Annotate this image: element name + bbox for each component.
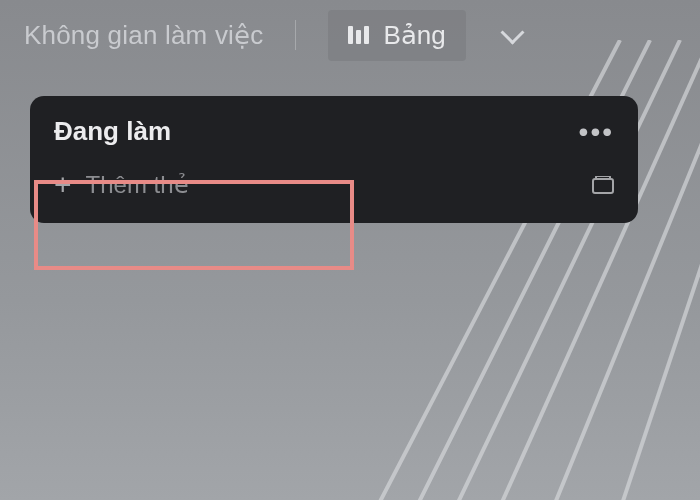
list-footer: + Thêm thẻ bbox=[30, 161, 638, 207]
plus-icon: + bbox=[54, 175, 72, 195]
board-icon bbox=[348, 26, 369, 44]
view-switcher: Bảng bbox=[328, 10, 535, 61]
svg-rect-1 bbox=[596, 176, 610, 179]
add-card-button[interactable]: + Thêm thẻ bbox=[54, 171, 189, 199]
more-horiz-icon: ••• bbox=[579, 116, 614, 147]
board-view-button[interactable]: Bảng bbox=[328, 10, 465, 61]
list-actions-button[interactable]: ••• bbox=[579, 125, 614, 139]
board-view-label: Bảng bbox=[383, 20, 445, 51]
template-icon bbox=[592, 176, 614, 194]
list-title[interactable]: Đang làm bbox=[54, 116, 171, 147]
svg-rect-0 bbox=[593, 179, 613, 193]
list: Đang làm ••• + Thêm thẻ bbox=[30, 96, 638, 223]
chevron-down-icon bbox=[502, 24, 524, 46]
add-card-label: Thêm thẻ bbox=[86, 171, 189, 199]
workspace-visibility-label[interactable]: Không gian làm việc bbox=[24, 20, 263, 51]
divider bbox=[295, 20, 296, 50]
background bbox=[0, 0, 700, 500]
list-header: Đang làm ••• bbox=[30, 96, 638, 161]
card-template-button[interactable] bbox=[592, 176, 614, 194]
view-options-button[interactable] bbox=[490, 12, 536, 58]
board-header: Không gian làm việc Bảng bbox=[0, 0, 700, 70]
